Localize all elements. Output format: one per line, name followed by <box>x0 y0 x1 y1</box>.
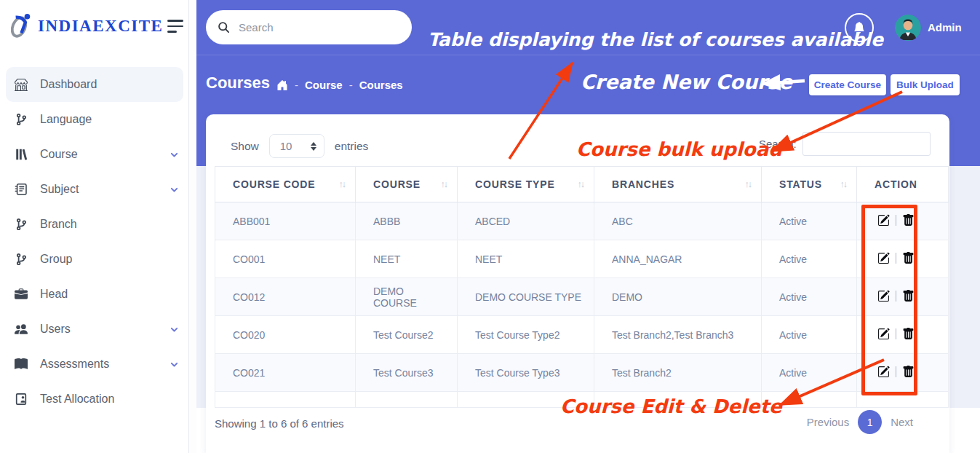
page-1-button[interactable]: 1 <box>858 410 882 434</box>
col-action: ACTION <box>857 167 949 202</box>
sidebar-item-label: Course <box>40 148 170 161</box>
action-separator <box>896 328 896 339</box>
sidebar-item-language[interactable]: Language <box>0 102 189 137</box>
cell-course-code: ABB001 <box>215 202 356 240</box>
bulk-upload-button[interactable]: Bulk Upload <box>891 74 960 95</box>
table-row: CO021 Test Course3 Test Course Type3 Tes… <box>215 354 949 392</box>
breadcrumb-separator: - <box>349 79 353 91</box>
col-course[interactable]: COURSE↑↓ <box>356 167 458 202</box>
table-search-control: Search: <box>759 132 931 156</box>
sidebar: INDIAEXCITE Dashboard Language Course Su… <box>0 0 189 453</box>
sidebar-item-subject[interactable]: Subject <box>0 172 189 207</box>
col-branches[interactable]: BRANCHES↑↓ <box>594 167 762 202</box>
cell-course-code: CO012 <box>215 278 356 316</box>
action-separator <box>896 366 896 377</box>
global-search-input[interactable] <box>239 21 400 34</box>
col-course-type[interactable]: COURSE TYPE↑↓ <box>458 167 594 202</box>
cell-branches: ABC <box>594 202 762 240</box>
home-icon[interactable] <box>276 79 288 91</box>
sidebar-scroll-track[interactable] <box>189 0 196 453</box>
sidebar-item-dashboard[interactable]: Dashboard <box>6 67 183 102</box>
sidebar-item-label: Subject <box>40 183 170 196</box>
trash-icon[interactable] <box>902 214 915 227</box>
cell-actions <box>857 278 949 316</box>
sidebar-item-label: Test Allocation <box>40 393 179 406</box>
sort-icon: ↑↓ <box>578 179 584 189</box>
search-icon <box>218 21 230 34</box>
global-search <box>206 10 412 44</box>
pagination: Previous 1 Next <box>807 410 913 434</box>
journal-icon <box>15 183 28 196</box>
sidebar-item-head[interactable]: Head <box>0 277 189 312</box>
edit-icon[interactable] <box>877 328 890 340</box>
cell-course-type: Test Course Type3 <box>458 354 594 392</box>
cell-course-type: ABCED <box>458 202 594 240</box>
cell-branches: ANNA_NAGAR <box>594 240 762 278</box>
sidebar-item-users[interactable]: Users <box>0 312 189 347</box>
cell-course: ABBB <box>356 202 458 240</box>
action-separator <box>896 253 896 264</box>
cell-actions <box>857 354 949 392</box>
sidebar-item-label: Head <box>40 288 179 301</box>
sidebar-item-branch[interactable]: Branch <box>0 207 189 242</box>
cell-course-type: Test Course Type2 <box>458 316 594 354</box>
col-status[interactable]: STATUS↑↓ <box>762 167 857 202</box>
cell-course: NEET <box>356 240 458 278</box>
user-name[interactable]: Admin <box>928 21 962 34</box>
edit-icon[interactable] <box>877 290 890 302</box>
entries-label: entries <box>335 140 369 153</box>
sidebar-item-test-allocation[interactable]: Test Allocation <box>0 382 189 417</box>
trash-icon[interactable] <box>902 366 915 378</box>
cell-branches: DEMO <box>594 278 762 316</box>
trash-icon[interactable] <box>902 290 915 302</box>
edit-icon[interactable] <box>877 366 890 378</box>
edit-icon[interactable] <box>877 252 890 264</box>
table-row: ABB001 ABBB ABCED ABC Active <box>215 202 949 240</box>
sort-icon: ↑↓ <box>745 179 752 189</box>
breadcrumb-course[interactable]: Course <box>305 79 343 91</box>
table-row-clipped <box>215 392 949 408</box>
people-icon <box>15 323 28 336</box>
trash-icon[interactable] <box>902 328 915 340</box>
courses-table: COURSE CODE↑↓ COURSE↑↓ COURSE TYPE↑↓ BRA… <box>215 166 949 408</box>
cell-status: Active <box>762 202 857 240</box>
action-separator <box>896 291 896 302</box>
git-branch-icon <box>15 253 28 266</box>
chevron-down-icon <box>170 360 179 369</box>
chevron-down-icon <box>170 325 179 334</box>
table-header-row: COURSE CODE↑↓ COURSE↑↓ COURSE TYPE↑↓ BRA… <box>215 167 949 202</box>
cell-course-code: CO021 <box>215 354 356 392</box>
bookshelf-icon <box>15 148 28 161</box>
sidebar-item-group[interactable]: Group <box>0 242 189 277</box>
breadcrumb-courses[interactable]: Courses <box>359 79 403 91</box>
sidebar-item-assessments[interactable]: Assessments <box>0 347 189 382</box>
clipboard-person-icon <box>15 393 28 406</box>
create-course-button[interactable]: Create Course <box>809 74 886 95</box>
page-size-control: Show 10 entries <box>231 134 368 158</box>
previous-page-button[interactable]: Previous <box>807 416 849 428</box>
action-separator <box>896 215 896 226</box>
breadcrumb-separator: - <box>295 79 298 91</box>
table-row: CO020 Test Course2 Test Course Type2 Tes… <box>215 316 949 354</box>
sidebar-item-label: Group <box>40 253 179 266</box>
trash-icon[interactable] <box>902 252 915 264</box>
hamburger-icon[interactable] <box>167 20 183 33</box>
edit-icon[interactable] <box>877 214 890 227</box>
admin-avatar[interactable] <box>895 15 921 41</box>
col-course-code[interactable]: COURSE CODE↑↓ <box>215 167 356 202</box>
next-page-button[interactable]: Next <box>891 416 913 428</box>
sidebar-item-course[interactable]: Course <box>0 137 189 172</box>
cell-course-type: NEET <box>458 240 594 278</box>
brand-name: INDIAEXCITE <box>38 17 163 36</box>
chevron-down-icon <box>170 185 179 194</box>
table-search-input[interactable] <box>802 132 931 156</box>
page-size-select[interactable]: 10 <box>269 134 324 158</box>
git-branch-icon <box>15 218 28 231</box>
book-icon <box>15 358 28 371</box>
cell-actions <box>857 316 949 354</box>
shop-icon <box>15 78 28 91</box>
briefcase-icon <box>15 288 28 301</box>
notifications-button[interactable] <box>845 13 874 42</box>
sidebar-item-label: Dashboard <box>40 78 179 91</box>
courses-card: Show 10 entries Search: COURSE CODE↑↓ CO… <box>206 114 949 453</box>
